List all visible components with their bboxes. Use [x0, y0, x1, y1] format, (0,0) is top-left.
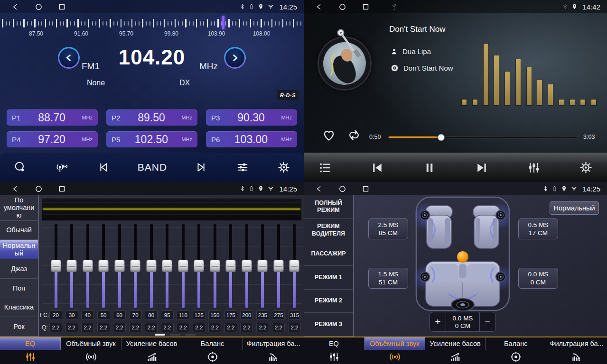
q-value-chip[interactable]: 2.2	[49, 323, 62, 332]
eq-band-slider[interactable]	[65, 224, 78, 308]
eq-preset-item[interactable]: Рок	[0, 317, 38, 337]
slider-knob[interactable]	[225, 260, 236, 272]
fc-value-chip[interactable]: 20	[49, 310, 62, 320]
tab-bass-boost[interactable]: Усиление басов	[121, 337, 182, 364]
fc-value-chip[interactable]: 95	[161, 310, 174, 320]
tab-filter[interactable]: Фильтрация ба...	[243, 337, 304, 364]
preset-button[interactable]: P2 89.50 MHz	[106, 109, 197, 126]
q-value-chip[interactable]: 2.2	[193, 323, 205, 332]
tune-down-button[interactable]	[58, 47, 80, 69]
q-value-chip[interactable]: 2.2	[208, 323, 221, 332]
slider-knob[interactable]	[162, 260, 172, 272]
fc-value-chip[interactable]: 50	[97, 310, 110, 320]
q-value-chip[interactable]: 2.2	[177, 323, 189, 332]
back-icon[interactable]	[11, 3, 19, 11]
soundfield-preset-button[interactable]: Нормальный	[550, 201, 599, 215]
slider-knob[interactable]	[114, 260, 125, 272]
next-track-icon[interactable]	[475, 161, 489, 175]
tune-up-button[interactable]	[224, 47, 246, 69]
slider-knob[interactable]	[210, 260, 220, 272]
listening-mode-item[interactable]: РЕЖИМ 1	[304, 266, 353, 290]
back-icon[interactable]	[315, 185, 323, 193]
eq-band-slider[interactable]	[256, 224, 269, 308]
tab-surround[interactable]: Объёмный звук	[364, 337, 425, 364]
slider-knob[interactable]	[130, 260, 140, 272]
delay-increase-button[interactable]: +	[430, 312, 446, 331]
listening-mode-item[interactable]: РЕЖИМ 2	[304, 290, 353, 313]
listening-mode-item[interactable]: РЕЖИМ ВОДИТЕЛЯ	[304, 219, 353, 243]
car-cabin-graphic[interactable]	[415, 196, 510, 311]
eq-band-slider[interactable]	[129, 224, 142, 308]
preset-button[interactable]: P5 102.50 MHz	[106, 131, 197, 147]
delay-rear-right[interactable]: 0.0 MS 0 CM	[518, 268, 558, 289]
q-value-chip[interactable]: 2.2	[81, 323, 94, 332]
fc-value-chip[interactable]: 70	[129, 310, 142, 320]
eq-band-slider[interactable]	[145, 224, 158, 308]
home-icon[interactable]	[35, 3, 43, 11]
preset-button[interactable]: P4 97.20 MHz	[7, 131, 98, 147]
eq-band-slider[interactable]	[224, 224, 237, 308]
q-value-chip[interactable]: 2.2	[113, 323, 126, 332]
eq-band-slider[interactable]	[97, 224, 110, 308]
pause-icon[interactable]	[422, 161, 437, 175]
eq-band-slider[interactable]	[272, 224, 285, 308]
eq-preset-item[interactable]: По умолчанию	[0, 195, 38, 221]
slider-knob[interactable]	[242, 260, 252, 272]
preset-button[interactable]: P1 88.70 MHz	[7, 109, 98, 126]
slider-knob[interactable]	[83, 260, 93, 272]
tab-eq[interactable]: EQ	[0, 337, 61, 364]
delay-decrease-button[interactable]: −	[480, 312, 495, 331]
broadcast-icon[interactable]	[55, 160, 69, 174]
tab-surround[interactable]: Объёмный звук	[61, 337, 121, 364]
preset-button[interactable]: P3 90.30 MHz	[206, 109, 297, 126]
back-icon[interactable]	[315, 3, 323, 11]
repeat-mode-icon[interactable]	[346, 128, 362, 142]
eq-band-slider[interactable]	[177, 224, 189, 308]
home-icon[interactable]	[338, 185, 346, 193]
eq-band-slider[interactable]	[288, 224, 301, 308]
recents-icon[interactable]	[362, 3, 370, 11]
eq-band-slider[interactable]	[113, 224, 126, 308]
recents-icon[interactable]	[58, 185, 66, 193]
eq-preset-item[interactable]: Поп	[0, 279, 38, 298]
fc-value-chip[interactable]: 60	[113, 310, 126, 320]
eq-preset-item[interactable]: Джаз	[0, 259, 38, 279]
eq-preset-item[interactable]: Классика	[0, 298, 38, 318]
home-icon[interactable]	[338, 3, 346, 11]
back-icon[interactable]	[11, 185, 19, 193]
eq-band-slider[interactable]	[193, 224, 205, 308]
slider-knob[interactable]	[257, 260, 268, 272]
previous-track-icon[interactable]	[370, 161, 384, 175]
equalizer-shortcut-icon[interactable]	[236, 161, 249, 174]
eq-band-slider[interactable]	[161, 224, 174, 308]
fc-value-chip[interactable]: 125	[193, 310, 205, 320]
q-value-chip[interactable]: 2.2	[272, 323, 285, 332]
preset-button[interactable]: P6 103.00 MHz	[206, 131, 297, 147]
tab-balance[interactable]: Баланс	[486, 337, 546, 364]
slider-knob[interactable]	[178, 260, 188, 272]
fc-value-chip[interactable]: 150	[208, 310, 221, 320]
slider-knob[interactable]	[273, 260, 284, 272]
tab-eq[interactable]: EQ	[304, 337, 364, 364]
tab-bass-boost[interactable]: Усиление басов	[425, 337, 486, 364]
slider-knob[interactable]	[98, 260, 109, 272]
settings-gear-icon[interactable]	[277, 161, 290, 174]
tab-balance[interactable]: Баланс	[182, 337, 243, 364]
listening-mode-item[interactable]: РЕЖИМ 3	[304, 313, 353, 337]
slider-knob[interactable]	[51, 260, 61, 272]
home-icon[interactable]	[35, 185, 43, 193]
q-value-chip[interactable]: 2.2	[97, 323, 110, 332]
listening-mode-item[interactable]: ПАССАЖИР	[304, 242, 353, 266]
fc-value-chip[interactable]: 315	[288, 310, 301, 320]
eq-band-slider[interactable]	[208, 224, 221, 308]
playlist-icon[interactable]	[318, 161, 332, 175]
previous-station-icon[interactable]	[96, 161, 110, 174]
fc-value-chip[interactable]: 80	[145, 310, 158, 320]
next-station-icon[interactable]	[195, 161, 208, 174]
band-button[interactable]: BAND	[138, 162, 167, 173]
eq-band-slider[interactable]	[240, 224, 253, 308]
delay-front-left[interactable]: 2.5 MS 85 CM	[368, 218, 408, 239]
recents-icon[interactable]	[362, 185, 370, 193]
fc-value-chip[interactable]: 200	[240, 310, 253, 320]
favorite-heart-icon[interactable]	[322, 128, 336, 142]
